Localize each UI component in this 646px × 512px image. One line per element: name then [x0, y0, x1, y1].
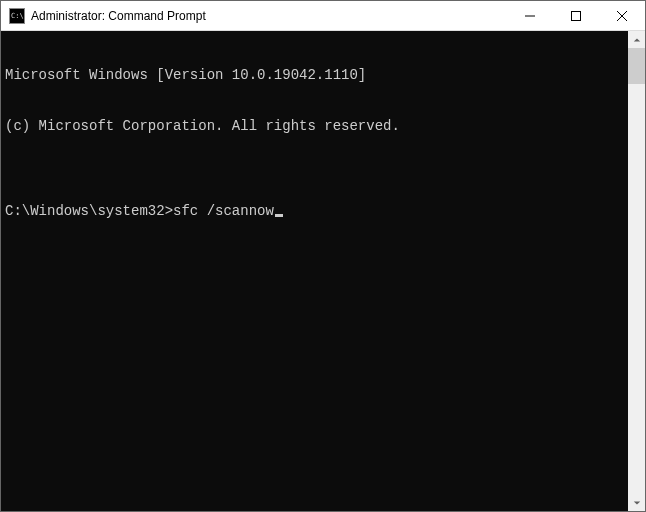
app-icon: C:\. — [9, 8, 25, 24]
scroll-up-button[interactable] — [628, 31, 645, 48]
scroll-down-button[interactable] — [628, 494, 645, 511]
svg-rect-0 — [572, 11, 581, 20]
chevron-up-icon — [633, 36, 641, 44]
scrollbar-thumb[interactable] — [628, 48, 645, 84]
close-icon — [617, 11, 627, 21]
command-prompt-window: C:\. Administrator: Command Prompt Micro… — [0, 0, 646, 512]
terminal-output[interactable]: Microsoft Windows [Version 10.0.19042.11… — [1, 31, 628, 511]
output-line: (c) Microsoft Corporation. All rights re… — [5, 118, 624, 135]
prompt: C:\Windows\system32> — [5, 203, 173, 219]
client-area: Microsoft Windows [Version 10.0.19042.11… — [1, 31, 645, 511]
prompt-line: C:\Windows\system32>sfc /scannow — [5, 203, 624, 220]
titlebar[interactable]: C:\. Administrator: Command Prompt — [1, 1, 645, 31]
close-button[interactable] — [599, 1, 645, 30]
window-controls — [507, 1, 645, 30]
window-title: Administrator: Command Prompt — [31, 9, 507, 23]
minimize-icon — [525, 11, 535, 21]
vertical-scrollbar[interactable] — [628, 31, 645, 511]
output-line: Microsoft Windows [Version 10.0.19042.11… — [5, 67, 624, 84]
text-cursor — [275, 214, 283, 217]
command-input[interactable]: sfc /scannow — [173, 203, 274, 219]
maximize-icon — [571, 11, 581, 21]
scrollbar-track[interactable] — [628, 48, 645, 494]
chevron-down-icon — [633, 499, 641, 507]
maximize-button[interactable] — [553, 1, 599, 30]
minimize-button[interactable] — [507, 1, 553, 30]
